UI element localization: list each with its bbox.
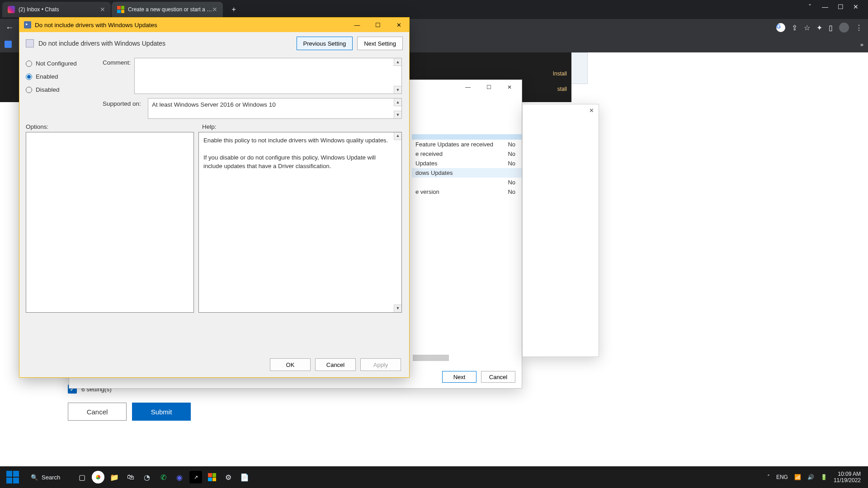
menu-icon[interactable]: ⋮ [855,23,863,32]
tray-chevron-icon[interactable]: ˄ [767,474,770,480]
bookmarks-overflow-icon[interactable]: » [860,41,863,48]
settings-icon[interactable]: ⚙ [222,471,235,483]
mmc-cancel-button[interactable]: Cancel [481,371,515,383]
policy-row[interactable]: UpdatesNo [412,159,522,168]
wifi-icon[interactable]: 📶 [794,474,801,480]
supported-on-label: Supported on: [103,99,141,107]
radio-not-configured[interactable]: Not Configured [26,60,98,67]
help-pane: Enable this policy to not include driver… [198,132,402,313]
radio-icon [26,61,32,67]
chrome-icon[interactable] [92,471,104,483]
policy-dialog: Do not include drivers with Windows Upda… [19,17,410,378]
notepad-icon[interactable]: 📄 [238,471,251,483]
help-paragraph: If you disable or do not configure this … [203,153,392,170]
minimize-icon[interactable]: — [458,81,478,94]
apply-button[interactable]: Apply [360,358,401,371]
scrollbar-thumb[interactable] [413,355,449,361]
bookmark-item[interactable] [5,41,12,48]
radio-label: Disabled [36,86,60,93]
ok-button[interactable]: OK [270,358,311,371]
taskbar: 🔍 Search ▢ 📁 🛍 ◔ ✆ ◉ ↗ ⚙ 📄 ˄ ENG [0,466,868,488]
policy-dialog-title: Do not include drivers with Windows Upda… [35,22,157,28]
volume-icon[interactable]: 🔊 [807,474,814,480]
start-button[interactable] [6,471,19,483]
steam-icon[interactable]: ◔ [141,471,153,483]
minimize-icon[interactable]: — [822,4,828,10]
file-explorer-icon[interactable]: 📁 [108,471,121,483]
policy-row[interactable]: e versionNo [412,187,522,197]
chevron-down-icon[interactable]: ˅ [807,4,813,10]
minimize-icon[interactable]: — [347,18,368,32]
next-setting-button[interactable]: Next Setting [357,37,403,50]
discord-icon[interactable]: ◉ [173,471,186,483]
options-label: Options: [26,123,202,130]
clock-date: 11/19/2022 [834,477,861,483]
close-icon[interactable]: ✕ [388,18,409,32]
column-header[interactable] [412,134,522,140]
search-icon: 🔍 [31,474,38,481]
browser-tab[interactable]: Create a new question or start a … ✕ [112,2,223,17]
radio-disabled[interactable]: Disabled [26,86,98,93]
policy-row[interactable]: No [412,178,522,187]
page-cancel-button[interactable]: Cancel [68,403,127,421]
google-account-icon[interactable]: G [776,23,785,32]
mmc-next-button[interactable]: Next [442,371,476,383]
scroll-up-icon[interactable]: ▲ [394,58,401,66]
policy-dialog-titlebar[interactable]: Do not include drivers with Windows Upda… [19,18,409,32]
bookmark-star-icon[interactable]: ☆ [804,23,810,32]
tab-close-icon[interactable]: ✕ [100,6,105,13]
scroll-down-icon[interactable]: ▼ [394,111,401,118]
policy-row[interactable]: Feature Updates are receivedNo [412,140,522,149]
comment-label: Comment: [103,57,131,66]
side-panel-icon[interactable]: ▯ [829,23,833,32]
radio-icon [26,87,32,93]
browser-tab-strip: (2) Inbox • Chats ✕ Create a new questio… [0,0,868,19]
install-link[interactable]: Install [553,70,567,77]
scroll-up-icon[interactable]: ▲ [394,99,401,106]
scroll-up-icon[interactable]: ▲ [394,132,401,140]
new-tab-button[interactable]: + [227,3,240,16]
previous-setting-button[interactable]: Previous Setting [297,37,353,50]
tab-close-icon[interactable]: ✕ [212,6,217,13]
tab-title: (2) Inbox • Chats [19,6,59,13]
clock-time: 10:09 AM [834,471,861,477]
close-icon[interactable]: ✕ [499,81,520,94]
policy-icon [24,21,31,28]
close-icon[interactable]: ✕ [853,4,859,10]
cancel-button[interactable]: Cancel [315,358,356,371]
whatsapp-icon[interactable]: ✆ [157,471,170,483]
close-icon[interactable]: ✕ [589,107,594,114]
extensions-icon[interactable]: ✦ [816,23,822,32]
radio-icon [26,74,32,80]
page-submit-button[interactable]: Submit [132,403,191,421]
maximize-icon[interactable]: ☐ [478,81,499,94]
microsoft-icon [117,6,124,13]
task-view-icon[interactable]: ▢ [75,471,88,483]
search-label: Search [42,474,60,481]
install-link[interactable]: stall [557,86,567,92]
options-pane[interactable] [26,132,194,313]
battery-icon[interactable]: 🔋 [821,474,827,480]
policy-list: Feature Updates are receivedNo e receive… [412,134,522,197]
policy-header-icon [26,39,34,47]
taskbar-clock[interactable]: 10:09 AM 11/19/2022 [834,471,861,484]
back-button[interactable]: ← [5,23,18,33]
language-indicator[interactable]: ENG [776,474,788,480]
policy-row[interactable]: e receivedNo [412,149,522,159]
maximize-icon[interactable]: ☐ [837,4,844,10]
profile-avatar-icon[interactable] [839,23,849,33]
amd-icon[interactable]: ↗ [189,471,202,483]
taskbar-search[interactable]: 🔍 Search [25,472,66,483]
ms-store-icon[interactable]: 🛍 [124,471,137,483]
radio-enabled[interactable]: Enabled [26,73,98,80]
policy-row-selected[interactable]: dows Updates [412,168,522,178]
blank-popup-window: ✕ [522,104,599,357]
bookmark-icon [5,41,12,48]
maximize-icon[interactable]: ☐ [368,18,388,32]
scroll-down-icon[interactable]: ▼ [394,86,401,94]
microsoft-icon[interactable] [206,471,218,483]
scroll-down-icon[interactable]: ▼ [394,305,401,312]
share-icon[interactable]: ⇪ [792,23,797,32]
comment-textarea[interactable]: ▲ ▼ [134,58,402,94]
browser-tab[interactable]: (2) Inbox • Chats ✕ [2,2,111,17]
